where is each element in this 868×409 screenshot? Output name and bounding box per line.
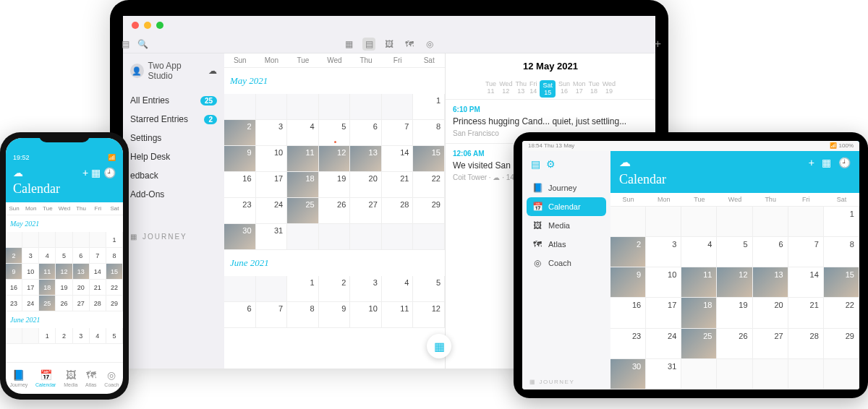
sidebar-item-journey[interactable]: 📘Journey bbox=[527, 178, 606, 197]
calendar-cell[interactable]: 14 bbox=[90, 264, 106, 280]
calendar-cell[interactable]: 27 bbox=[73, 296, 90, 311]
calendar-cell[interactable]: 9 bbox=[6, 264, 22, 280]
clock-icon[interactable]: 🕘 bbox=[838, 157, 851, 168]
calendar-cell[interactable]: 30 bbox=[610, 359, 646, 389]
calendar-cell[interactable]: 10 bbox=[22, 264, 39, 280]
calendar-cell[interactable]: 16 bbox=[6, 280, 22, 296]
calendar-cell[interactable] bbox=[90, 232, 106, 248]
calendar-cell[interactable]: 12 bbox=[413, 302, 445, 328]
calendar-cell[interactable]: 27 bbox=[350, 198, 382, 224]
tab-journey[interactable]: 📘Journey bbox=[9, 369, 27, 387]
filter-icon[interactable]: ⚙ bbox=[546, 158, 556, 170]
calendar-cell[interactable]: 1 bbox=[39, 328, 56, 344]
date-strip-day[interactable]: Wed12 bbox=[499, 80, 512, 98]
calendar-cell[interactable] bbox=[717, 207, 752, 237]
calendar-cell[interactable]: 18 bbox=[287, 172, 319, 198]
calendar-cell[interactable] bbox=[753, 207, 788, 237]
calendar-cell[interactable] bbox=[287, 224, 319, 250]
calendar-cell[interactable] bbox=[717, 359, 752, 389]
tab-media[interactable]: 🖼Media bbox=[64, 369, 77, 387]
calendar-cell[interactable]: 18 bbox=[681, 298, 717, 328]
calendar-cell[interactable] bbox=[319, 224, 351, 250]
calendar-cell[interactable]: 8 bbox=[413, 120, 445, 146]
view-coach-icon[interactable]: ◎ bbox=[423, 38, 436, 51]
date-strip-day[interactable]: Sun16 bbox=[558, 80, 570, 98]
view-cal-full-icon[interactable]: ▦ bbox=[342, 38, 355, 51]
sidebar-toggle-icon[interactable]: ▤ bbox=[531, 158, 540, 170]
calendar-cell[interactable]: 13 bbox=[350, 146, 382, 172]
search-icon[interactable]: 🔍 bbox=[136, 38, 149, 51]
add-entry-icon[interactable]: + bbox=[655, 38, 655, 51]
calendar-cell[interactable]: 2 bbox=[56, 328, 72, 344]
calendar-cell[interactable] bbox=[788, 207, 824, 237]
calendar-cell[interactable] bbox=[22, 232, 39, 248]
calendar-cell[interactable]: 23 bbox=[610, 329, 646, 359]
date-strip-day[interactable]: Fri14 bbox=[529, 80, 537, 98]
calendar-cell[interactable]: 8 bbox=[824, 237, 859, 267]
calendar-cell[interactable]: 6 bbox=[350, 120, 382, 146]
calendar-cell[interactable]: 15 bbox=[106, 264, 123, 280]
clock-icon[interactable]: 🕘 bbox=[103, 167, 116, 178]
calendar-cell[interactable]: 10 bbox=[256, 146, 288, 172]
calendar-cell[interactable] bbox=[6, 328, 22, 344]
calendar-cell[interactable]: 11 bbox=[39, 264, 56, 280]
calendar-cell[interactable]: 21 bbox=[90, 280, 106, 296]
calendar-cell[interactable]: 28 bbox=[382, 198, 414, 224]
calendar-cell[interactable]: 9 bbox=[319, 302, 351, 328]
tab-atlas[interactable]: 🗺Atlas bbox=[85, 369, 97, 387]
calendar-cell[interactable]: 8 bbox=[287, 302, 319, 328]
calendar-cell[interactable]: 1 bbox=[413, 94, 445, 120]
calendar-cell[interactable]: 12 bbox=[319, 146, 351, 172]
calendar-cell[interactable]: 5 bbox=[319, 120, 351, 146]
calendar-cell[interactable]: 11 bbox=[287, 146, 319, 172]
calendar-cell[interactable]: 2 bbox=[319, 276, 351, 302]
max-dot[interactable] bbox=[156, 22, 163, 29]
tab-coach[interactable]: ◎Coach bbox=[104, 369, 119, 387]
calendar-cell[interactable]: 25 bbox=[287, 198, 319, 224]
calendar-cell[interactable]: 6 bbox=[753, 237, 788, 267]
calendar-cell[interactable]: 31 bbox=[646, 359, 681, 389]
sidebar-item-calendar[interactable]: 📅Calendar bbox=[527, 197, 606, 216]
calendar-cell[interactable] bbox=[350, 94, 382, 120]
calendar-cell[interactable] bbox=[256, 276, 288, 302]
calendar-cell[interactable]: 27 bbox=[753, 329, 788, 359]
calendar-cell[interactable]: 21 bbox=[788, 298, 824, 328]
calendar-cell[interactable]: 18 bbox=[39, 280, 56, 296]
calendar-cell[interactable]: 26 bbox=[717, 329, 752, 359]
calendar-cell[interactable]: 5 bbox=[56, 248, 72, 264]
calendar-cell[interactable] bbox=[681, 207, 717, 237]
calendar-cell[interactable]: 13 bbox=[73, 264, 90, 280]
today-icon[interactable]: ▦ bbox=[91, 167, 103, 178]
calendar-cell[interactable]: 6 bbox=[224, 302, 256, 328]
calendar-cell[interactable]: 19 bbox=[717, 298, 752, 328]
calendar-cell[interactable]: 29 bbox=[824, 329, 859, 359]
calendar-cell[interactable]: 9 bbox=[224, 146, 256, 172]
calendar-cell[interactable]: 4 bbox=[681, 237, 717, 267]
calendar-cell[interactable]: 7 bbox=[788, 237, 824, 267]
calendar-cell[interactable] bbox=[224, 276, 256, 302]
min-dot[interactable] bbox=[144, 22, 151, 29]
calendar-cell[interactable]: 22 bbox=[106, 280, 123, 296]
calendar-cell[interactable] bbox=[824, 359, 859, 389]
calendar-cell[interactable]: 29 bbox=[413, 198, 445, 224]
calendar-cell[interactable]: 24 bbox=[22, 296, 39, 311]
calendar-cell[interactable]: 10 bbox=[646, 267, 681, 298]
calendar-cell[interactable]: 16 bbox=[610, 298, 646, 328]
nav-feedback[interactable]: edback bbox=[130, 166, 217, 185]
calendar-cell[interactable]: 23 bbox=[6, 296, 22, 311]
calendar-cell[interactable] bbox=[319, 94, 351, 120]
date-strip-day[interactable]: Wed19 bbox=[603, 80, 616, 98]
calendar-cell[interactable]: 1 bbox=[824, 207, 859, 237]
sidebar-item-atlas[interactable]: 🗺Atlas bbox=[527, 235, 606, 254]
calendar-cell[interactable] bbox=[22, 328, 39, 344]
add-entry-icon[interactable]: + bbox=[82, 167, 91, 178]
calendar-cell[interactable]: 4 bbox=[39, 248, 56, 264]
sidebar-item-coach[interactable]: ◎Coach bbox=[527, 254, 606, 272]
calendar-cell[interactable]: 19 bbox=[319, 172, 351, 198]
calendar-cell[interactable] bbox=[413, 224, 445, 250]
calendar-cell[interactable]: 22 bbox=[824, 298, 859, 328]
calendar-cell[interactable]: 30 bbox=[224, 224, 256, 250]
tab-calendar[interactable]: 📅Calendar bbox=[35, 369, 56, 387]
calendar-cell[interactable] bbox=[681, 359, 717, 389]
calendar-cell[interactable] bbox=[646, 207, 681, 237]
